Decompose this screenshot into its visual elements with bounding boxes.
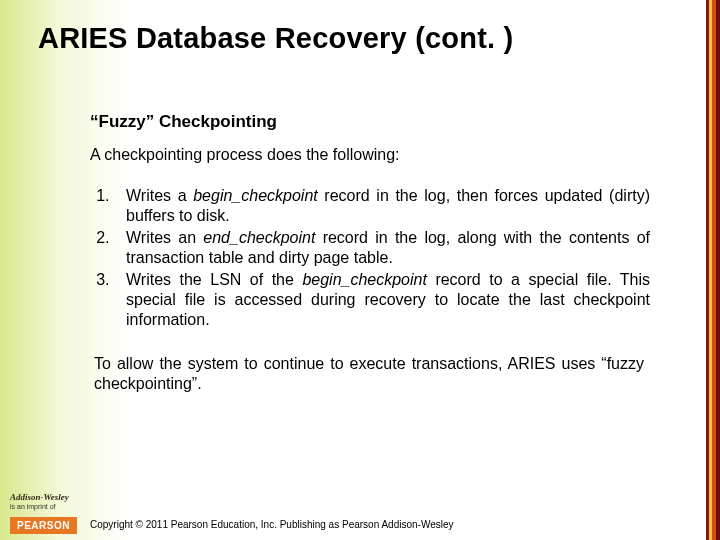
step-em: end_checkpoint: [203, 229, 315, 246]
subheading: “Fuzzy” Checkpointing: [90, 112, 650, 132]
steps-list: Writes a begin_checkpoint record in the …: [90, 186, 650, 330]
pearson-badge: PEARSON: [10, 517, 77, 534]
closing-text: To allow the system to continue to execu…: [90, 354, 650, 394]
intro-text: A checkpointing process does the followi…: [90, 146, 650, 164]
step-item: Writes the LSN of the begin_checkpoint r…: [114, 270, 650, 330]
footer: Addison-Wesley is an imprint of PEARSON …: [0, 484, 720, 540]
slide-title: ARIES Database Recovery (cont. ): [38, 22, 513, 55]
imprint-text: is an imprint of: [10, 503, 56, 510]
step-pre: Writes an: [126, 229, 203, 246]
copyright-text: Copyright © 2011 Pearson Education, Inc.…: [90, 519, 454, 530]
right-accent-bars: [706, 0, 720, 540]
step-item: Writes an end_checkpoint record in the l…: [114, 228, 650, 268]
step-item: Writes a begin_checkpoint record in the …: [114, 186, 650, 226]
step-pre: Writes a: [126, 187, 193, 204]
slide: ARIES Database Recovery (cont. ) “Fuzzy”…: [0, 0, 720, 540]
step-em: begin_checkpoint: [302, 271, 427, 288]
step-em: begin_checkpoint: [193, 187, 318, 204]
publisher-logo: Addison-Wesley is an imprint of: [10, 493, 80, 510]
step-pre: Writes the LSN of the: [126, 271, 302, 288]
brand-name: Addison-Wesley: [10, 493, 80, 502]
slide-body: “Fuzzy” Checkpointing A checkpointing pr…: [90, 112, 650, 394]
